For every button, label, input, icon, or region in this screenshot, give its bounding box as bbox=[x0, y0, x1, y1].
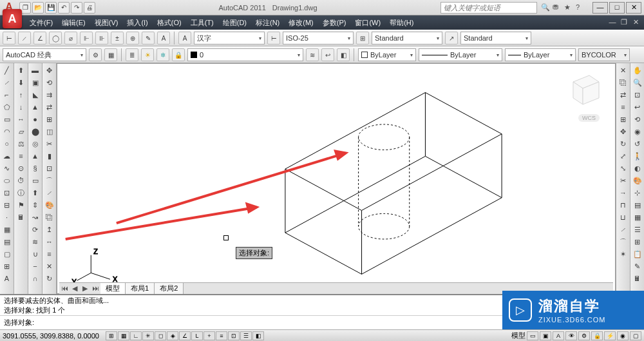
move-icon[interactable]: ✥ bbox=[618, 126, 629, 137]
doc-close-button[interactable]: ✕ bbox=[630, 18, 641, 27]
qat-undo-icon[interactable]: ↶ bbox=[58, 2, 70, 14]
imprint-icon[interactable]: ⊡ bbox=[44, 162, 55, 174]
array-icon[interactable]: ⊞ bbox=[618, 113, 629, 125]
cylinder-icon[interactable]: ⬤ bbox=[30, 126, 41, 137]
layer-match-icon[interactable]: ≋ bbox=[306, 48, 319, 61]
close-button[interactable]: ✕ bbox=[626, 2, 641, 14]
xline-icon[interactable]: ⟋ bbox=[1, 77, 13, 88]
workspace-settings-icon[interactable]: ⚙ bbox=[89, 48, 102, 61]
osnap-toggle[interactable]: ◻ bbox=[155, 331, 166, 340]
slice-icon[interactable]: ✂ bbox=[44, 138, 55, 150]
qat-open-icon[interactable]: 📂 bbox=[32, 2, 44, 14]
markup-icon[interactable]: ✎ bbox=[632, 260, 643, 272]
viewcube[interactable] bbox=[564, 69, 602, 108]
polar-toggle[interactable]: ✳ bbox=[142, 331, 154, 340]
coordinates-readout[interactable]: 3091.0555, 3099.8388, 0.0000 bbox=[3, 332, 106, 340]
linetype-dropdown[interactable]: ByLayer▾ bbox=[419, 48, 502, 61]
toolpalette-icon[interactable]: ▦ bbox=[104, 48, 117, 61]
dimaligned-icon[interactable]: ⟋ bbox=[18, 32, 31, 44]
region-icon[interactable]: ▢ bbox=[1, 248, 13, 260]
menu-file[interactable]: 文件(F) bbox=[26, 17, 57, 29]
tab-layout2[interactable]: 布局2 bbox=[155, 283, 184, 294]
thicken-icon[interactable]: ▮ bbox=[44, 150, 55, 162]
layer-iso-icon[interactable]: ◧ bbox=[337, 48, 350, 61]
torus-icon[interactable]: ◎ bbox=[30, 138, 41, 150]
dimtedit-icon[interactable]: A bbox=[157, 32, 170, 44]
dimradius-icon[interactable]: ◯ bbox=[49, 32, 62, 44]
dyn-toggle[interactable]: + bbox=[204, 331, 215, 340]
planesurf-icon[interactable]: ▭ bbox=[30, 175, 41, 186]
otrack-toggle[interactable]: ∠ bbox=[179, 331, 191, 340]
maximize-button[interactable]: □ bbox=[609, 2, 625, 14]
hatch-icon[interactable]: ▦ bbox=[1, 224, 13, 235]
spline-icon[interactable]: ∿ bbox=[1, 162, 13, 174]
explode-icon[interactable]: ✶ bbox=[618, 248, 629, 260]
tab-layout1[interactable]: 布局1 bbox=[126, 283, 155, 294]
helix-icon[interactable]: § bbox=[30, 162, 41, 174]
bringabove-icon[interactable]: ↑ bbox=[15, 89, 27, 101]
setvar-icon[interactable]: ⚑ bbox=[15, 199, 27, 211]
walk-icon[interactable]: 🚶 bbox=[632, 150, 643, 162]
extrude-face-icon[interactable]: ↥ bbox=[44, 224, 55, 235]
designcenter-icon[interactable]: ⊞ bbox=[632, 236, 643, 248]
quickview-layouts-icon[interactable]: ▭ bbox=[527, 331, 538, 340]
mirror-icon[interactable]: ⇄ bbox=[618, 89, 629, 101]
calc-icon[interactable]: 🖩 bbox=[15, 211, 27, 223]
grid-toggle[interactable]: ▦ bbox=[118, 331, 129, 340]
tolerance-icon[interactable]: ± bbox=[111, 32, 124, 44]
zoomwin-icon[interactable]: ⊡ bbox=[632, 89, 643, 101]
fillet-icon[interactable]: ⌒ bbox=[618, 236, 629, 248]
help-search-input[interactable] bbox=[440, 2, 537, 14]
orbit-icon[interactable]: ⟲ bbox=[632, 113, 643, 125]
dimstyle-icon[interactable]: ⊢ bbox=[267, 32, 280, 44]
annoscale-icon[interactable]: A bbox=[553, 331, 564, 340]
color-dropdown[interactable]: ByLayer▾ bbox=[358, 48, 416, 61]
minimize-button[interactable]: — bbox=[592, 2, 608, 14]
plotstyle-dropdown[interactable]: BYCOLOR▾ bbox=[578, 48, 630, 61]
dimcontinue-icon[interactable]: ⊩ bbox=[80, 32, 93, 44]
stretch-icon[interactable]: ⤡ bbox=[618, 162, 629, 174]
3dmirror-icon[interactable]: ⇄ bbox=[44, 101, 55, 113]
ws-switch-icon[interactable]: ⚙ bbox=[578, 331, 590, 340]
menu-edit[interactable]: 编辑(E) bbox=[58, 17, 90, 29]
offset-face-icon[interactable]: ≡ bbox=[44, 248, 55, 260]
app-menu-button[interactable]: A bbox=[3, 9, 22, 28]
massprops-icon[interactable]: ⚖ bbox=[15, 138, 27, 150]
menu-view[interactable]: 视图(V) bbox=[91, 17, 122, 29]
rectangle-icon[interactable]: ▭ bbox=[1, 113, 13, 125]
menu-window[interactable]: 窗口(W) bbox=[351, 17, 384, 29]
color-edge-icon[interactable]: 🎨 bbox=[44, 199, 55, 211]
ortho-toggle[interactable]: ∟ bbox=[130, 331, 142, 340]
3darray-icon[interactable]: ⊞ bbox=[44, 113, 55, 125]
wcs-badge[interactable]: WCS bbox=[578, 114, 600, 122]
3dmove-icon[interactable]: ✥ bbox=[44, 64, 55, 76]
tab-last-icon[interactable]: ⏭ bbox=[90, 284, 100, 293]
rotate-face-icon[interactable]: ↻ bbox=[44, 273, 55, 284]
favorites-icon[interactable]: ★ bbox=[564, 3, 573, 12]
isolate-icon[interactable]: ◉ bbox=[617, 331, 629, 340]
dimbaseline-icon[interactable]: ⊪ bbox=[95, 32, 108, 44]
pyramid-icon[interactable]: ▲ bbox=[30, 150, 41, 162]
drawing-canvas[interactable]: X Y Z WCS 选择对象: bbox=[57, 63, 616, 294]
zoomrt-icon[interactable]: 🔍 bbox=[632, 77, 643, 88]
revcloud-icon[interactable]: ☁ bbox=[1, 150, 13, 162]
rotate-icon[interactable]: ↻ bbox=[618, 138, 629, 150]
qat-save-icon[interactable]: 💾 bbox=[45, 2, 57, 14]
erase-icon[interactable]: ✕ bbox=[618, 64, 629, 76]
lock-ui-icon[interactable]: 🔒 bbox=[591, 331, 603, 340]
break-icon[interactable]: ⊓ bbox=[618, 199, 629, 211]
insert-block-icon[interactable]: ⊡ bbox=[1, 187, 13, 199]
tpy-toggle[interactable]: ⊡ bbox=[228, 331, 240, 340]
tab-next-icon[interactable]: ▶ bbox=[80, 284, 90, 293]
ucs-icon[interactable]: ⊹ bbox=[632, 187, 643, 199]
3dorbit-icon[interactable]: ◉ bbox=[632, 126, 643, 137]
textstyle-dropdown[interactable]: 汉字▾ bbox=[194, 32, 265, 44]
tab-first-icon[interactable]: ⏮ bbox=[59, 284, 70, 293]
help-icon[interactable]: ? bbox=[576, 3, 585, 12]
make-block-icon[interactable]: ⊟ bbox=[1, 199, 13, 211]
quickcalc-icon[interactable]: 🖩 bbox=[632, 273, 643, 284]
menu-insert[interactable]: 插入(I) bbox=[123, 17, 151, 29]
workspace-dropdown[interactable]: AutoCAD 经典▾ bbox=[3, 48, 86, 61]
circle-icon[interactable]: ○ bbox=[1, 138, 13, 150]
menu-parametric[interactable]: 参数(P) bbox=[319, 17, 350, 29]
